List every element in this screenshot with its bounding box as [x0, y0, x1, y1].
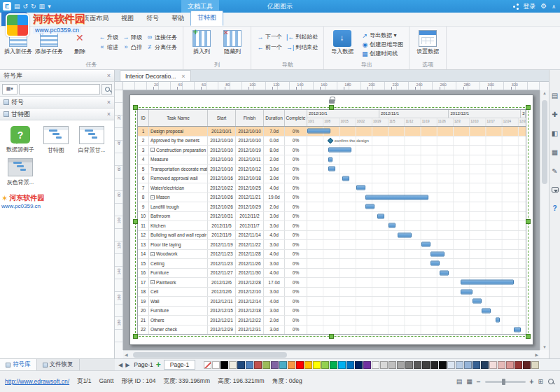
hide-col-button[interactable]: 隐藏列	[217, 28, 248, 55]
prev-page-icon[interactable]: ◀	[118, 362, 122, 368]
gantt-bar[interactable]	[365, 204, 374, 209]
gantt-task-row[interactable]: 2Approved by the owners2012/10/102012/10…	[138, 136, 526, 146]
color-swatch[interactable]	[254, 361, 262, 369]
gantt-task-row[interactable]: 5Transportation decorate material2012/10…	[138, 164, 526, 174]
help-icon[interactable]: ?	[552, 204, 556, 212]
gantt-bar[interactable]	[440, 270, 449, 275]
gantt-bar[interactable]	[421, 242, 430, 247]
demote-button[interactable]: →降级	[121, 33, 145, 42]
scroll-right-icon[interactable]: ▶	[535, 352, 538, 357]
color-swatch[interactable]	[531, 361, 539, 369]
redo-icon[interactable]: ↻	[31, 0, 36, 13]
scrollbar-thumb[interactable]	[542, 100, 547, 184]
gantt-task-row[interactable]: 9Landfill trough2012/10/262012/10/292.0d…	[138, 202, 526, 212]
import-button[interactable]: 导入数据	[327, 28, 358, 55]
vertical-scrollbar[interactable]: ▲ ▼	[540, 90, 549, 350]
search-filter-dropdown[interactable]: ▦▾	[2, 84, 18, 94]
qat-dropdown-icon[interactable]: ▾	[48, 0, 51, 13]
scrollbar-thumb[interactable]	[133, 352, 287, 358]
gantt-bar[interactable]	[388, 223, 396, 228]
horizontal-scrollbar[interactable]: ◀ ▶	[123, 350, 540, 358]
section-gantt[interactable]: 甘特图	[0, 108, 114, 120]
panel-tab[interactable]: 符号库	[0, 359, 37, 370]
color-swatch[interactable]	[380, 361, 388, 369]
color-swatch[interactable]	[212, 361, 220, 369]
color-swatch[interactable]	[388, 361, 396, 369]
gantt-task-row[interactable]: 1Design proposal2012/10/12012/10/107.0d0…	[138, 127, 526, 136]
export-button[interactable]: ↗导出数据 ▾	[360, 31, 406, 40]
color-swatch[interactable]	[498, 361, 505, 369]
color-swatch[interactable]	[355, 361, 363, 369]
drawing-canvas[interactable]: IDTask NameStartFinishDurationComplete20…	[123, 90, 540, 350]
format-icon[interactable]: ◧	[552, 130, 558, 137]
to-end-button[interactable]: →|到结束处	[285, 43, 321, 52]
color-swatch[interactable]	[481, 361, 489, 369]
gantt-chart[interactable]: IDTask NameStartFinishDurationComplete20…	[137, 109, 526, 335]
website-link[interactable]: http://www.edrawsoft.cn/	[5, 378, 69, 385]
close-icon[interactable]	[181, 73, 185, 80]
color-swatch[interactable]	[304, 361, 312, 369]
mindmap-button[interactable]: ◉创建思维导图	[360, 40, 406, 49]
color-swatch[interactable]	[514, 361, 522, 369]
gantt-task-row[interactable]: 14−Woodwork2012/11/232012/11/284.0d0%	[138, 250, 526, 260]
menu-tab[interactable]: 帮助	[165, 12, 190, 26]
gantt-bar[interactable]	[461, 280, 514, 285]
gantt-task-row[interactable]: 15Ceiling2012/11/232012/11/263.0d0%	[138, 259, 526, 269]
collapse-icon[interactable]: −	[150, 280, 155, 284]
gantt-bar[interactable]	[328, 157, 333, 162]
document-tab[interactable]: Interior Decoratio...	[120, 70, 191, 81]
selection-handle[interactable]	[526, 219, 531, 224]
zoom-slider-thumb[interactable]	[502, 379, 505, 385]
next-button[interactable]: →下一个	[255, 32, 285, 41]
promote-button[interactable]: ←升级	[97, 33, 121, 42]
selection-handle[interactable]	[133, 334, 138, 339]
symbol-item[interactable]: ?数据源例子	[4, 126, 37, 154]
prev-button[interactable]: ←前一个	[255, 43, 285, 52]
gantt-task-row[interactable]: 10Bathroom2012/10/312012/11/23.0d0%	[138, 212, 526, 222]
gantt-bar[interactable]	[461, 289, 472, 294]
color-swatch[interactable]	[296, 361, 304, 369]
color-swatch[interactable]	[271, 361, 279, 369]
clipart-icon[interactable]: ✚	[552, 111, 557, 118]
search-input[interactable]	[19, 84, 100, 94]
gantt-bar[interactable]	[377, 214, 384, 218]
scroll-up-icon[interactable]: ▲	[540, 91, 549, 95]
color-swatch[interactable]	[405, 361, 413, 369]
layer-icon[interactable]: ▦	[552, 149, 558, 156]
gantt-task-row[interactable]: 3−Construction preparation2012/10/102012…	[138, 146, 526, 155]
color-swatch[interactable]	[346, 361, 354, 369]
gantt-task-row[interactable]: 22Owner check2012/12/292012/12/313.0d0%	[138, 326, 526, 335]
gantt-task-row[interactable]: 21Others2012/12/212012/12/222.0d0%	[138, 316, 526, 326]
zoom-out-icon[interactable]: −	[477, 378, 481, 386]
color-swatch[interactable]	[279, 361, 287, 369]
symbol-item[interactable]: 灰色背景...	[4, 158, 37, 186]
gantt-bar[interactable]	[482, 308, 491, 313]
color-swatch[interactable]	[464, 361, 472, 369]
color-swatch[interactable]	[229, 361, 237, 369]
color-swatch[interactable]	[321, 361, 329, 369]
gantt-task-row[interactable]: 13Floor tile laying2012/11/192012/11/223…	[138, 240, 526, 250]
save-icon[interactable]: ▤	[14, 0, 20, 13]
gantt-task-row[interactable]: 16Furniture2012/11/272012/11/304.0d0%	[138, 269, 526, 279]
color-swatch[interactable]	[506, 361, 514, 369]
color-swatch[interactable]	[262, 361, 270, 369]
gantt-task-row[interactable]: 4Measure2012/10/102012/10/112.0d0%	[138, 155, 526, 165]
gantt-bar[interactable]	[328, 148, 351, 153]
gantt-task-row[interactable]: 12Building wall and wall repair2012/11/9…	[138, 231, 526, 241]
page-tab[interactable]: Page-1	[164, 360, 195, 370]
color-swatch[interactable]	[372, 361, 379, 369]
color-swatch[interactable]	[456, 361, 463, 369]
gantt-task-row[interactable]: 7Water/electrician2012/10/222012/10/254.…	[138, 183, 526, 193]
color-swatch[interactable]	[447, 361, 455, 369]
menu-tab[interactable]: 符号	[140, 12, 165, 26]
color-swatch[interactable]	[246, 361, 253, 369]
color-swatch[interactable]	[523, 361, 531, 369]
fit-page-icon[interactable]: ⊞	[538, 378, 543, 385]
close-icon[interactable]	[107, 99, 111, 106]
comment-icon[interactable]	[552, 187, 559, 192]
color-swatch[interactable]	[422, 361, 430, 369]
gantt-bar[interactable]	[365, 195, 428, 200]
collapse-icon[interactable]: −	[150, 148, 155, 152]
outdent-button[interactable]: »凸排	[121, 43, 145, 52]
gantt-task-row[interactable]: 20Furniture2012/12/152012/12/183.0d0%	[138, 307, 526, 316]
